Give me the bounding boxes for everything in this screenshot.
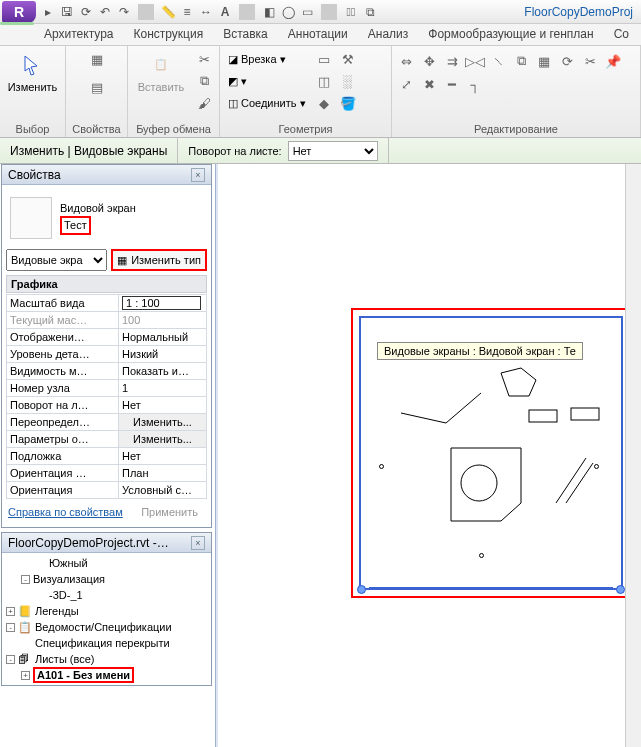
vertical-scrollbar[interactable] (625, 164, 641, 747)
svg-marker-0 (501, 368, 536, 396)
open-icon[interactable]: ▸ (40, 4, 56, 20)
row-visibility: Видимость м…Показать и… (7, 363, 207, 380)
mirror-icon[interactable]: ▷◁ (465, 51, 485, 71)
svg-rect-1 (529, 410, 557, 422)
schedules-icon: 📋 (18, 621, 32, 633)
props-help-link[interactable]: Справка по свойствам (8, 506, 123, 518)
align-icon[interactable]: ≡ (179, 4, 195, 20)
modify-button[interactable]: Изменить (4, 49, 61, 93)
sync-icon[interactable]: ⟳ (78, 4, 94, 20)
row-scale2: Текущий мас…100 (7, 312, 207, 329)
viewport-grip[interactable] (616, 585, 625, 594)
3d-icon[interactable]: ◧ (261, 4, 277, 20)
callout-icon[interactable]: ▭ (299, 4, 315, 20)
copy-tool-icon[interactable]: ⧉ (511, 51, 531, 71)
type-props-icon[interactable]: ▦ (87, 49, 107, 69)
hl-icon[interactable]: ░ (338, 71, 358, 91)
move-icon[interactable]: ✥ (419, 51, 439, 71)
app-menu-button[interactable]: R (2, 1, 36, 23)
properties-close-icon[interactable]: × (191, 168, 205, 182)
beam-join-icon[interactable]: ◫ (314, 71, 334, 91)
delete-icon[interactable]: ✖ (419, 74, 439, 94)
group-geometry: Геометрия (224, 121, 387, 137)
sheet-a101[interactable]: А101 - Без имени (33, 667, 134, 683)
row-node: Номер узла1 (7, 380, 207, 397)
row-underlay: ПодложкаНет (7, 448, 207, 465)
tab-massing[interactable]: Формообразующие и генплан (418, 24, 603, 45)
split-icon[interactable]: ✂ (580, 51, 600, 71)
cut-geom-button[interactable]: ◩ ▾ (224, 71, 310, 91)
offset-icon[interactable]: ⇉ (442, 51, 462, 71)
node-sheets[interactable]: Листы (все) (35, 653, 95, 665)
viewport-grip[interactable] (357, 585, 366, 594)
paint-icon[interactable]: 🪣 (338, 93, 358, 113)
switch-icon[interactable]: ⧉ (362, 4, 378, 20)
tab-collab[interactable]: Со (604, 24, 639, 45)
corner-icon[interactable]: ┐ (465, 74, 485, 94)
options-bar: Изменить | Видовые экраны Поворот на лис… (0, 138, 641, 164)
split-face-icon[interactable]: ◆ (314, 93, 334, 113)
save-icon[interactable]: 🖫 (59, 4, 75, 20)
quick-access-toolbar: ▸ 🖫 ⟳ ↶ ↷ 📏 ≡ ↔ A ◧ ◯ ▭ �⃠ ⧉ (40, 4, 378, 20)
node-viz[interactable]: Визуализация (33, 573, 105, 585)
scale-icon[interactable]: ⤢ (396, 74, 416, 94)
section-icon[interactable]: ◯ (280, 4, 296, 20)
cope-button[interactable]: ◪ Врезка ▾ (224, 49, 310, 69)
browser-title: FloorCopyDemoProject.rvt -… (8, 536, 169, 550)
align-tool-icon[interactable]: ⇔ (396, 51, 416, 71)
tab-insert[interactable]: Вставка (213, 24, 278, 45)
element-category-select[interactable]: Видовые экра (6, 249, 107, 271)
legends-icon: 📒 (18, 605, 32, 617)
tab-architecture[interactable]: Архитектура (34, 24, 124, 45)
type-name: Тест (60, 216, 91, 235)
group-clipboard: Буфер обмена (132, 121, 215, 137)
measure-icon[interactable]: 📏 (160, 4, 176, 20)
props-panel-icon[interactable]: ▤ (87, 77, 107, 97)
wall-open-icon[interactable]: ▭ (314, 49, 334, 69)
row-rot: Поворот на л…Нет (7, 397, 207, 414)
row-detail: Уровень дета…Низкий (7, 346, 207, 363)
tab-analysis[interactable]: Анализ (358, 24, 419, 45)
join-button[interactable]: ◫ Соединить ▾ (224, 93, 310, 113)
match-icon[interactable]: 🖌 (194, 93, 214, 113)
tab-annotate[interactable]: Аннотации (278, 24, 358, 45)
view-south[interactable]: Южный (49, 557, 88, 569)
close-hidden-icon[interactable]: �⃠ (343, 4, 359, 20)
row-display: Отображени…Нормальный (7, 329, 207, 346)
array-icon[interactable]: ▦ (534, 51, 554, 71)
prop-category: Графика (6, 275, 207, 293)
undo-icon[interactable]: ↶ (97, 4, 113, 20)
viewport-selection[interactable]: Видовые экраны : Видовой экран : Те (351, 308, 631, 598)
cut-icon[interactable]: ✂ (194, 49, 214, 69)
paste-button[interactable]: 📋Вставить (132, 49, 190, 93)
copy-icon[interactable]: ⧉ (194, 71, 214, 91)
trim-icon[interactable]: ⟍ (488, 51, 508, 71)
type-family: Видовой экран (60, 201, 136, 216)
node-schedules[interactable]: Ведомости/Спецификации (35, 621, 172, 633)
view-3d[interactable]: -3D-_1 (49, 589, 83, 601)
pin-icon[interactable]: 📌 (603, 51, 623, 71)
dot-shape (594, 464, 599, 469)
opt-rotation-select[interactable]: Нет (288, 141, 378, 161)
rotate-icon[interactable]: ⟳ (557, 51, 577, 71)
drawing-canvas[interactable]: Видовые экраны : Видовой экран : Те (215, 164, 641, 747)
apply-button[interactable]: Применить (134, 503, 205, 521)
text-icon[interactable]: A (217, 4, 233, 20)
redo-icon[interactable]: ↷ (116, 4, 132, 20)
ribbon: Изменить Выбор ▦ ▤ Свойства 📋Вставить ✂ … (0, 46, 641, 138)
edit-type-button[interactable]: ▦ Изменить тип (111, 249, 207, 271)
schedule-1[interactable]: Спецификация перекрыти (35, 637, 170, 649)
browser-close-icon[interactable]: × (191, 536, 205, 550)
viewport-frame[interactable]: Видовые экраны : Видовой экран : Те (359, 316, 623, 590)
row-underlay-orient: Ориентация …План (7, 465, 207, 482)
group-props: Свойства (70, 121, 123, 137)
dim-icon[interactable]: ↔ (198, 4, 214, 20)
edit-type-icon: ▦ (117, 254, 127, 267)
row-params: Параметры о…Изменить... (7, 431, 207, 448)
tab-structure[interactable]: Конструкция (124, 24, 214, 45)
project-browser-panel: FloorCopyDemoProject.rvt -… × Южный -Виз… (1, 532, 212, 686)
properties-panel: Свойства × Видовой экран Тест Видовые эк… (1, 164, 212, 528)
demo-icon[interactable]: ⚒ (338, 49, 358, 69)
extend-icon[interactable]: ━ (442, 74, 462, 94)
node-legends[interactable]: Легенды (35, 605, 79, 617)
